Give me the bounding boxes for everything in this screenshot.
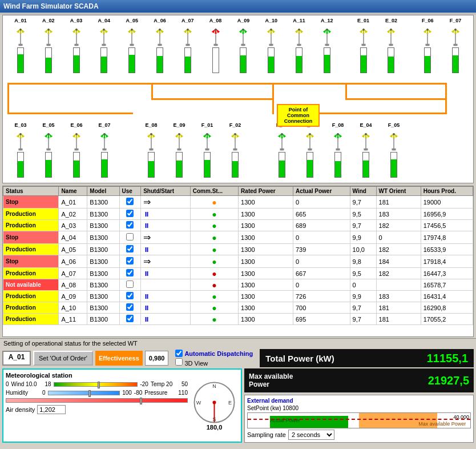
turbine-A_09[interactable]: A_09 — [231, 18, 257, 73]
rated-cell: 1300 — [239, 291, 293, 302]
svg-rect-185 — [392, 149, 396, 151]
use-checkbox[interactable] — [119, 231, 141, 244]
wind-slider-thumb[interactable] — [98, 382, 100, 388]
wind-cell: 9,8 — [350, 255, 376, 268]
turbine-A_10[interactable]: A_10 — [258, 18, 284, 73]
table-row[interactable]: Production A_05 B1300 ⏸ ● 1300 739 10,0 … — [3, 244, 473, 255]
setpoint-label: SetPoint (kw) 10800 — [247, 405, 471, 411]
air-density-input[interactable] — [37, 405, 66, 414]
turbine-E_09[interactable]: E_09 — [166, 122, 192, 178]
comm-cell: ● — [190, 314, 238, 325]
turbine-F_01-icon — [198, 129, 216, 152]
turbine-F_06[interactable]: F_06 — [414, 18, 441, 73]
turbine-A_08[interactable]: A_08 — [203, 18, 229, 73]
turbine-E_03[interactable]: E_03 — [7, 122, 34, 178]
orient-cell: 182 — [376, 244, 421, 255]
turbine-E_01[interactable]: E_01 — [350, 18, 377, 73]
use-checkbox[interactable] — [119, 196, 141, 209]
turbine-F_04[interactable]: F_04 — [297, 122, 323, 178]
wind-cell: 9,7 — [350, 302, 376, 314]
turbine-F_07[interactable]: F_07 — [442, 18, 469, 73]
bar-chart-area: 40.000 Actual Power Max available Power — [247, 412, 471, 428]
turbine-E_02[interactable]: E_02 — [378, 18, 405, 73]
table-row[interactable]: Production A_10 B1300 ⏸ ● 1300 700 9,7 1… — [3, 302, 473, 314]
table-row[interactable]: Production A_03 B1300 ⏸ ● 1300 689 9,7 1… — [3, 220, 473, 231]
model-cell: B1300 — [87, 279, 119, 291]
pressure-slider-track[interactable] — [6, 398, 188, 403]
turbine-F_02[interactable]: F_02 — [222, 122, 248, 178]
turbine-area: A_01 A_02 — [2, 15, 474, 183]
col-header-wind: Wind — [350, 187, 376, 196]
orient-cell: 183 — [376, 291, 421, 302]
turbine-A_04[interactable]: A_04 — [91, 18, 117, 73]
table-row[interactable]: Stop A_06 B1300 ⇒ ● 1300 0 9,8 184 17918… — [3, 255, 473, 268]
turbine-F_05[interactable]: F_05 — [381, 122, 407, 178]
wind-cell: 9,5 — [350, 209, 376, 220]
col-header-orient: WT Orient — [376, 187, 421, 196]
table-row[interactable]: Production A_07 B1300 ⏸ ● 1300 667 9,5 1… — [3, 268, 473, 279]
turbine-A_11[interactable]: A_11 — [286, 18, 312, 73]
use-checkbox[interactable] — [119, 209, 141, 220]
turbine-A_06[interactable]: A_06 — [147, 18, 173, 73]
sampling-select[interactable]: 2 seconds 1 second 5 seconds 10 seconds — [288, 430, 334, 440]
arrow-cell: ⇒ — [141, 231, 191, 244]
orient-cell: 181 — [376, 302, 421, 314]
comm-cell: ● — [190, 231, 238, 244]
use-checkbox[interactable] — [119, 244, 141, 255]
table-row[interactable]: Production A_09 B1300 ⏸ ● 1300 726 9,9 1… — [3, 291, 473, 302]
turbine-top-row: A_01 A_02 — [3, 15, 473, 73]
turbine-F_03[interactable]: F_03 — [269, 122, 295, 178]
view-3d-label[interactable]: 3D View — [175, 358, 253, 367]
table-row[interactable]: Production A_11 B1300 ⏸ ● 1300 695 9,7 1… — [3, 314, 473, 325]
turbine-A_02[interactable]: A_02 — [35, 18, 62, 73]
comm-cell: ● — [190, 244, 238, 255]
turbine-E_07[interactable]: E_07 — [91, 122, 118, 178]
turbine-A_01[interactable]: A_01 — [7, 18, 34, 73]
name-cell: A_03 — [59, 220, 87, 231]
turbine-A_12[interactable]: A_12 — [314, 18, 340, 73]
table-row[interactable]: Stop A_04 B1300 ⇒ ● 1300 0 9,9 0 17974,8 — [3, 231, 473, 244]
table-row[interactable]: Stop A_01 B1300 ⇒ ● 1300 0 9,7 181 19000 — [3, 196, 473, 209]
turbine-A_07[interactable]: A_07 — [175, 18, 201, 73]
use-checkbox[interactable] — [119, 314, 141, 325]
auto-dispatch-checkbox[interactable] — [175, 350, 183, 357]
auto-dispatch-label[interactable]: Automatic Dispatching — [175, 350, 253, 357]
use-checkbox[interactable] — [119, 268, 141, 279]
humidity-slider-thumb[interactable] — [88, 390, 91, 397]
svg-point-82 — [390, 29, 393, 31]
use-checkbox[interactable] — [119, 279, 141, 291]
svg-rect-113 — [18, 149, 22, 151]
use-checkbox[interactable] — [119, 291, 141, 302]
use-checkbox[interactable] — [119, 255, 141, 268]
external-demand-label: External demand — [247, 398, 471, 404]
turbine-E_06[interactable]: E_06 — [63, 122, 90, 178]
use-checkbox[interactable] — [119, 302, 141, 314]
out-of-order-button[interactable]: Set 'Out of Order' — [33, 351, 93, 366]
turbine-A_05[interactable]: A_05 — [119, 18, 145, 73]
view-3d-checkbox[interactable] — [175, 358, 183, 366]
status-cell: Stop — [3, 196, 59, 209]
turbine-E_04[interactable]: E_04 — [353, 122, 379, 178]
orient-cell: 0 — [376, 231, 421, 244]
name-cell: A_11 — [59, 314, 87, 325]
actual-power-chart-label: Actual Power — [270, 418, 300, 423]
humidity-slider-track[interactable] — [48, 391, 120, 395]
turbine-A_03[interactable]: A_03 — [63, 18, 90, 73]
effectiveness-value: 0,980 — [145, 351, 169, 366]
turbine-E_05[interactable]: E_05 — [35, 122, 62, 178]
turbine-F_08[interactable]: F_08 — [325, 122, 351, 178]
use-checkbox[interactable] — [119, 220, 141, 231]
wind-slider-track[interactable] — [54, 382, 138, 387]
table-row[interactable]: Not available A_08 B1300 ● 1300 0 0 1657… — [3, 279, 473, 291]
data-table-container[interactable]: Status Name Model Use Shutd/Start Comm.S… — [2, 186, 474, 337]
turbine-A_08-icon — [207, 25, 225, 47]
orient-cell: 182 — [376, 268, 421, 279]
model-cell: B1300 — [87, 220, 119, 231]
pressure-slider-thumb[interactable] — [140, 398, 142, 404]
svg-rect-107 — [7, 83, 151, 85]
turbine-F_01[interactable]: F_01 — [194, 122, 220, 178]
table-row[interactable]: Production A_02 B1300 ⏸ ● 1300 665 9,5 1… — [3, 209, 473, 220]
wt-selector[interactable]: A_01 — [2, 351, 31, 366]
svg-point-118 — [47, 133, 50, 135]
turbine-E_08[interactable]: E_08 — [138, 122, 164, 178]
